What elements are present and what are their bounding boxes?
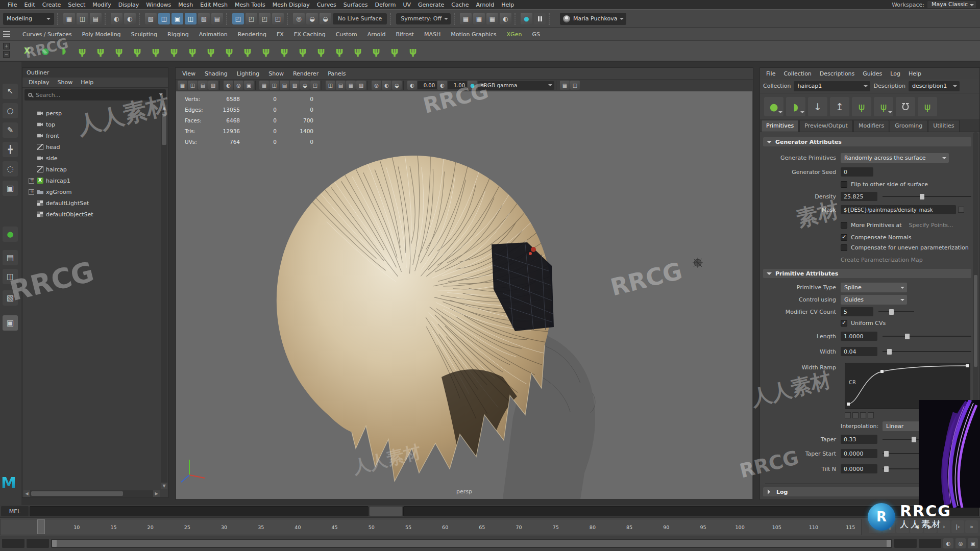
camera-attrs-icon[interactable] bbox=[198, 81, 208, 90]
select-object-icon[interactable] bbox=[172, 13, 183, 24]
export-collection-icon[interactable]: ↥ bbox=[830, 97, 849, 116]
shelf-tool-icon[interactable] bbox=[276, 42, 293, 60]
outliner-menu-item[interactable]: Display bbox=[24, 79, 54, 86]
menu-item[interactable]: File bbox=[4, 1, 20, 9]
make-live-icon[interactable] bbox=[293, 13, 305, 24]
color-management-icon[interactable] bbox=[468, 81, 477, 90]
preview-options-icon[interactable]: ψ bbox=[874, 97, 893, 116]
select-component-icon[interactable] bbox=[185, 13, 197, 24]
workspace-switcher[interactable]: Workspace: Maya Classic bbox=[892, 1, 976, 8]
toolbar-separator[interactable] bbox=[57, 13, 60, 25]
density-input[interactable]: 25.825 bbox=[841, 192, 877, 201]
redo-icon[interactable] bbox=[124, 13, 136, 24]
shelf-tab[interactable]: Rendering bbox=[233, 29, 272, 40]
menu-item[interactable]: Help bbox=[498, 1, 518, 9]
command-line-grip[interactable] bbox=[370, 507, 402, 516]
render-settings-icon[interactable] bbox=[486, 13, 498, 24]
paint-select-tool-icon[interactable]: ✎ bbox=[3, 122, 18, 138]
lasso-tool-icon[interactable]: ○ bbox=[3, 103, 18, 118]
collection-selector[interactable]: haircap1 bbox=[794, 81, 870, 91]
shelf-tab[interactable]: FX bbox=[272, 29, 289, 40]
menu-item[interactable]: Edit bbox=[20, 1, 38, 9]
bookmark-icon[interactable] bbox=[208, 81, 218, 90]
outliner-item[interactable]: side bbox=[23, 153, 160, 164]
shelf-tool-icon[interactable] bbox=[239, 42, 256, 60]
shelf-tab[interactable]: Curves / Surfaces bbox=[17, 29, 77, 40]
range-end-handle[interactable] bbox=[887, 540, 891, 547]
lighting-icon[interactable] bbox=[290, 81, 300, 90]
search-input[interactable]: Search... bbox=[24, 89, 166, 101]
shadows-icon[interactable] bbox=[300, 81, 310, 90]
menu-item[interactable]: Windows bbox=[142, 1, 175, 9]
toolbar-separator[interactable] bbox=[454, 13, 457, 25]
step-forward-frame-button[interactable]: |› bbox=[951, 520, 964, 533]
shading-wireframe-icon[interactable] bbox=[259, 81, 269, 90]
viewport-menu-item[interactable]: Shading bbox=[200, 70, 232, 77]
shelf-tool-icon[interactable] bbox=[18, 42, 36, 60]
shelf-tab[interactable]: Motion Graphics bbox=[446, 29, 501, 40]
shelf-tool-icon[interactable] bbox=[220, 42, 238, 60]
ramp-tool-icon[interactable] bbox=[852, 412, 859, 418]
menu-item[interactable]: Deform bbox=[371, 1, 399, 9]
outliner-item[interactable]: xgGroom bbox=[23, 186, 160, 197]
tool-icon[interactable] bbox=[3, 290, 18, 306]
generator-seed-input[interactable]: 0 bbox=[841, 167, 873, 177]
shelf-tool-icon[interactable] bbox=[386, 42, 403, 60]
outliner-item[interactable]: defaultObjectSet bbox=[23, 209, 160, 220]
shelf-expand-icon[interactable]: + bbox=[3, 43, 10, 49]
save-scene-icon[interactable] bbox=[90, 13, 102, 24]
tool-icon[interactable] bbox=[3, 250, 18, 265]
open-scene-icon[interactable] bbox=[77, 13, 88, 24]
xgen-tab[interactable]: Preview/Output bbox=[799, 120, 853, 132]
density-slider[interactable] bbox=[883, 192, 971, 201]
menu-item[interactable]: Mesh Display bbox=[269, 1, 313, 9]
outliner-item[interactable]: defaultLightSet bbox=[23, 197, 160, 209]
update-preview-icon[interactable]: ψ bbox=[852, 97, 871, 116]
control-using-selector[interactable]: Guides bbox=[841, 295, 907, 305]
shelf-tab[interactable]: Custom bbox=[331, 29, 362, 40]
toolbar-separator[interactable] bbox=[287, 13, 290, 25]
command-language-toggle[interactable]: MEL bbox=[1, 506, 29, 516]
menu-item[interactable]: Curves bbox=[313, 1, 340, 9]
width-input[interactable]: 0.04 bbox=[841, 347, 877, 356]
create-parameterization-map-button[interactable]: Create Parameterization Map bbox=[841, 257, 923, 263]
xgen-menu-item[interactable]: File bbox=[762, 70, 779, 77]
shelf-tool-icon[interactable] bbox=[184, 42, 201, 60]
joints-xray-icon[interactable] bbox=[346, 81, 356, 90]
xgen-menu-item[interactable]: Help bbox=[904, 70, 925, 77]
toolbar-separator[interactable] bbox=[139, 13, 142, 25]
character-set-icon[interactable] bbox=[943, 538, 953, 548]
menu-item[interactable]: Modify bbox=[89, 1, 114, 9]
shelf-tab[interactable]: MASH bbox=[419, 29, 446, 40]
selection-mask-icon[interactable] bbox=[145, 13, 157, 24]
create-description-icon[interactable]: ● bbox=[764, 97, 783, 116]
menu-item[interactable]: Generate bbox=[414, 1, 448, 9]
selection-mode-icon[interactable] bbox=[198, 13, 210, 24]
width-slider[interactable] bbox=[883, 347, 971, 356]
xgen-menu-item[interactable]: Collection bbox=[779, 70, 815, 77]
shelf-tool-icon[interactable] bbox=[92, 42, 109, 60]
shelf-tab[interactable]: Arnold bbox=[362, 29, 391, 40]
taper-input[interactable]: 0.33 bbox=[841, 435, 877, 444]
exposure-field[interactable]: 0.00 bbox=[418, 81, 437, 89]
scroll-thumb[interactable] bbox=[31, 491, 123, 496]
xgen-menu-item[interactable]: Guides bbox=[859, 70, 886, 77]
selection-mode-icon[interactable] bbox=[211, 13, 223, 24]
menu-set-selector[interactable]: Modeling bbox=[3, 13, 54, 25]
generate-primitives-selector[interactable]: Randomly across the surface bbox=[841, 153, 949, 163]
create-collection-icon[interactable]: ◗ bbox=[786, 97, 805, 116]
isolate-select-icon[interactable] bbox=[326, 81, 335, 90]
shelf-tool-icon[interactable] bbox=[257, 42, 275, 60]
xgen-tab[interactable]: Grooming bbox=[890, 120, 927, 132]
horizontal-scrollbar[interactable]: ◀ ▶ bbox=[23, 490, 160, 497]
shelf-tool-icon[interactable] bbox=[404, 42, 422, 60]
animation-end-field[interactable] bbox=[919, 539, 941, 548]
outliner-item[interactable]: front bbox=[23, 130, 160, 141]
animation-start-field[interactable] bbox=[2, 539, 24, 548]
rotate-tool-icon[interactable]: ◌ bbox=[3, 161, 18, 177]
menu-item[interactable]: Arnold bbox=[473, 1, 498, 9]
cv-count-slider[interactable] bbox=[878, 307, 914, 316]
mel-command-input[interactable] bbox=[30, 506, 369, 516]
outliner-item[interactable]: persp bbox=[23, 108, 160, 119]
shading-smooth-icon[interactable] bbox=[270, 81, 279, 90]
